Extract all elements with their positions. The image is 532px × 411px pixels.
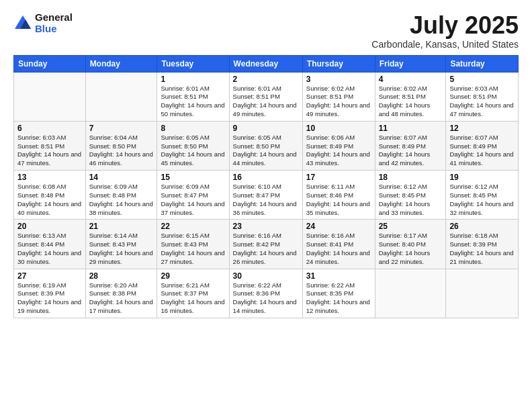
day-info: Sunrise: 6:05 AM Sunset: 8:50 PM Dayligh… bbox=[161, 134, 225, 168]
day-info: Sunrise: 6:10 AM Sunset: 8:47 PM Dayligh… bbox=[233, 183, 299, 217]
title-block: July 2025 Carbondale, Kansas, United Sta… bbox=[371, 12, 519, 50]
day-number: 5 bbox=[449, 75, 515, 84]
day-info: Sunrise: 6:14 AM Sunset: 8:43 PM Dayligh… bbox=[89, 232, 154, 266]
calendar-cell: 19Sunrise: 6:12 AM Sunset: 8:45 PM Dayli… bbox=[446, 171, 519, 220]
day-number: 16 bbox=[233, 173, 299, 182]
calendar-cell: 16Sunrise: 6:10 AM Sunset: 8:47 PM Dayli… bbox=[229, 171, 302, 220]
calendar-cell: 22Sunrise: 6:15 AM Sunset: 8:43 PM Dayli… bbox=[157, 220, 229, 269]
day-info: Sunrise: 6:02 AM Sunset: 8:51 PM Dayligh… bbox=[379, 85, 443, 119]
day-number: 15 bbox=[161, 173, 225, 182]
day-info: Sunrise: 6:15 AM Sunset: 8:43 PM Dayligh… bbox=[161, 232, 225, 266]
day-number: 26 bbox=[449, 222, 515, 231]
day-info: Sunrise: 6:01 AM Sunset: 8:51 PM Dayligh… bbox=[161, 85, 225, 119]
calendar-cell: 4Sunrise: 6:02 AM Sunset: 8:51 PM Daylig… bbox=[375, 72, 446, 121]
day-number: 21 bbox=[89, 222, 154, 231]
day-number: 24 bbox=[306, 222, 371, 231]
day-info: Sunrise: 6:09 AM Sunset: 8:48 PM Dayligh… bbox=[89, 183, 154, 217]
calendar-header-monday: Monday bbox=[85, 55, 157, 72]
logo-blue: Blue bbox=[35, 24, 73, 35]
day-info: Sunrise: 6:18 AM Sunset: 8:39 PM Dayligh… bbox=[449, 232, 515, 266]
day-number: 25 bbox=[379, 222, 443, 231]
day-number: 7 bbox=[89, 124, 154, 133]
day-number: 23 bbox=[233, 222, 299, 231]
calendar-header-thursday: Thursday bbox=[302, 55, 375, 72]
day-number: 4 bbox=[379, 75, 443, 84]
day-number: 20 bbox=[17, 222, 82, 231]
calendar-cell: 26Sunrise: 6:18 AM Sunset: 8:39 PM Dayli… bbox=[446, 220, 519, 269]
calendar-week-row: 6Sunrise: 6:03 AM Sunset: 8:51 PM Daylig… bbox=[14, 121, 519, 170]
calendar-header-wednesday: Wednesday bbox=[229, 55, 302, 72]
calendar-header-row: SundayMondayTuesdayWednesdayThursdayFrid… bbox=[14, 55, 519, 72]
calendar-cell: 2Sunrise: 6:01 AM Sunset: 8:51 PM Daylig… bbox=[229, 72, 302, 121]
day-number: 11 bbox=[379, 124, 443, 133]
day-info: Sunrise: 6:17 AM Sunset: 8:40 PM Dayligh… bbox=[379, 232, 443, 266]
calendar-cell: 11Sunrise: 6:07 AM Sunset: 8:49 PM Dayli… bbox=[375, 121, 446, 170]
calendar-cell: 17Sunrise: 6:11 AM Sunset: 8:46 PM Dayli… bbox=[302, 171, 375, 220]
calendar-cell bbox=[375, 269, 446, 318]
logo: General Blue bbox=[13, 12, 73, 34]
calendar-cell: 23Sunrise: 6:16 AM Sunset: 8:42 PM Dayli… bbox=[229, 220, 302, 269]
calendar-cell: 12Sunrise: 6:07 AM Sunset: 8:49 PM Dayli… bbox=[446, 121, 519, 170]
calendar-header-saturday: Saturday bbox=[446, 55, 519, 72]
day-info: Sunrise: 6:12 AM Sunset: 8:45 PM Dayligh… bbox=[449, 183, 515, 217]
main-title: July 2025 bbox=[371, 12, 519, 39]
calendar-cell: 10Sunrise: 6:06 AM Sunset: 8:49 PM Dayli… bbox=[302, 121, 375, 170]
calendar-cell: 5Sunrise: 6:03 AM Sunset: 8:51 PM Daylig… bbox=[446, 72, 519, 121]
day-info: Sunrise: 6:01 AM Sunset: 8:51 PM Dayligh… bbox=[233, 85, 299, 119]
page: General Blue July 2025 Carbondale, Kansa… bbox=[0, 0, 532, 411]
calendar-cell: 29Sunrise: 6:21 AM Sunset: 8:37 PM Dayli… bbox=[157, 269, 229, 318]
day-info: Sunrise: 6:13 AM Sunset: 8:44 PM Dayligh… bbox=[17, 232, 82, 266]
calendar-cell: 20Sunrise: 6:13 AM Sunset: 8:44 PM Dayli… bbox=[14, 220, 86, 269]
calendar-cell: 21Sunrise: 6:14 AM Sunset: 8:43 PM Dayli… bbox=[85, 220, 157, 269]
calendar-cell: 15Sunrise: 6:09 AM Sunset: 8:47 PM Dayli… bbox=[157, 171, 229, 220]
day-number: 1 bbox=[161, 75, 225, 84]
calendar-cell: 30Sunrise: 6:22 AM Sunset: 8:36 PM Dayli… bbox=[229, 269, 302, 318]
day-number: 30 bbox=[233, 271, 299, 281]
day-number: 9 bbox=[233, 124, 299, 133]
calendar-week-row: 13Sunrise: 6:08 AM Sunset: 8:48 PM Dayli… bbox=[14, 171, 519, 220]
day-number: 19 bbox=[449, 173, 515, 182]
day-number: 14 bbox=[89, 173, 154, 182]
day-info: Sunrise: 6:02 AM Sunset: 8:51 PM Dayligh… bbox=[306, 85, 371, 119]
day-number: 29 bbox=[161, 271, 225, 281]
calendar-cell: 7Sunrise: 6:04 AM Sunset: 8:50 PM Daylig… bbox=[85, 121, 157, 170]
day-number: 2 bbox=[233, 75, 299, 84]
day-number: 31 bbox=[306, 271, 371, 281]
day-info: Sunrise: 6:22 AM Sunset: 8:36 PM Dayligh… bbox=[233, 281, 299, 316]
calendar-cell bbox=[14, 72, 86, 121]
day-number: 22 bbox=[161, 222, 225, 231]
day-info: Sunrise: 6:22 AM Sunset: 8:35 PM Dayligh… bbox=[306, 281, 371, 316]
calendar-cell: 25Sunrise: 6:17 AM Sunset: 8:40 PM Dayli… bbox=[375, 220, 446, 269]
day-info: Sunrise: 6:07 AM Sunset: 8:49 PM Dayligh… bbox=[379, 134, 443, 168]
day-info: Sunrise: 6:16 AM Sunset: 8:42 PM Dayligh… bbox=[233, 232, 299, 266]
calendar-cell: 28Sunrise: 6:20 AM Sunset: 8:38 PM Dayli… bbox=[85, 269, 157, 318]
day-info: Sunrise: 6:09 AM Sunset: 8:47 PM Dayligh… bbox=[161, 183, 225, 217]
calendar-cell: 9Sunrise: 6:05 AM Sunset: 8:50 PM Daylig… bbox=[229, 121, 302, 170]
day-info: Sunrise: 6:11 AM Sunset: 8:46 PM Dayligh… bbox=[306, 183, 371, 217]
day-number: 6 bbox=[17, 124, 82, 133]
logo-text: General Blue bbox=[35, 12, 73, 34]
calendar-week-row: 27Sunrise: 6:19 AM Sunset: 8:39 PM Dayli… bbox=[14, 269, 519, 318]
day-number: 12 bbox=[449, 124, 515, 133]
day-info: Sunrise: 6:03 AM Sunset: 8:51 PM Dayligh… bbox=[17, 134, 82, 168]
calendar-cell: 14Sunrise: 6:09 AM Sunset: 8:48 PM Dayli… bbox=[85, 171, 157, 220]
day-number: 17 bbox=[306, 173, 371, 182]
calendar-cell bbox=[85, 72, 157, 121]
calendar-cell: 13Sunrise: 6:08 AM Sunset: 8:48 PM Dayli… bbox=[14, 171, 86, 220]
calendar-cell bbox=[446, 269, 519, 318]
calendar-cell: 3Sunrise: 6:02 AM Sunset: 8:51 PM Daylig… bbox=[302, 72, 375, 121]
subtitle: Carbondale, Kansas, United States bbox=[371, 39, 519, 50]
calendar-cell: 1Sunrise: 6:01 AM Sunset: 8:51 PM Daylig… bbox=[157, 72, 229, 121]
day-number: 3 bbox=[306, 75, 371, 84]
day-info: Sunrise: 6:21 AM Sunset: 8:37 PM Dayligh… bbox=[161, 281, 225, 316]
day-info: Sunrise: 6:06 AM Sunset: 8:49 PM Dayligh… bbox=[306, 134, 371, 168]
calendar-week-row: 20Sunrise: 6:13 AM Sunset: 8:44 PM Dayli… bbox=[14, 220, 519, 269]
day-info: Sunrise: 6:16 AM Sunset: 8:41 PM Dayligh… bbox=[306, 232, 371, 266]
calendar-cell: 27Sunrise: 6:19 AM Sunset: 8:39 PM Dayli… bbox=[14, 269, 86, 318]
day-info: Sunrise: 6:08 AM Sunset: 8:48 PM Dayligh… bbox=[17, 183, 82, 217]
day-info: Sunrise: 6:19 AM Sunset: 8:39 PM Dayligh… bbox=[17, 281, 82, 316]
day-number: 8 bbox=[161, 124, 225, 133]
day-info: Sunrise: 6:07 AM Sunset: 8:49 PM Dayligh… bbox=[449, 134, 515, 168]
day-number: 10 bbox=[306, 124, 371, 133]
calendar-header-sunday: Sunday bbox=[14, 55, 86, 72]
